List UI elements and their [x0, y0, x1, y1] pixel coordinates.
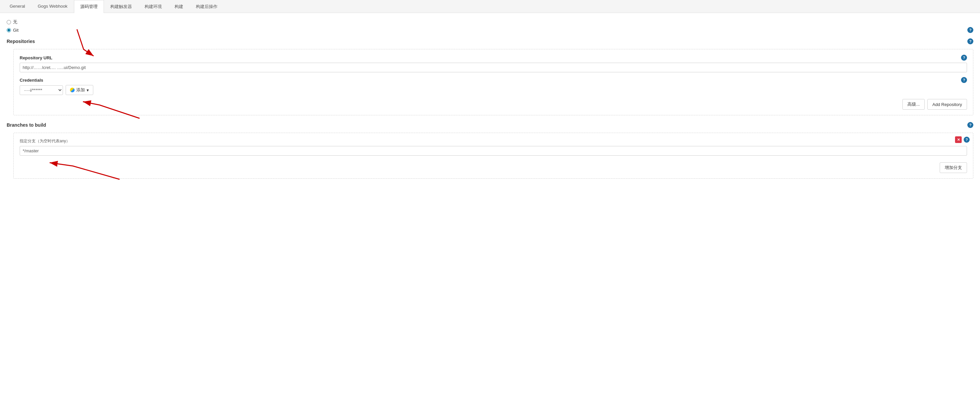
content-area: 无 Git ? Repositories ? — [0, 13, 980, 191]
tab-general[interactable]: General — [3, 0, 31, 13]
tabs-bar: General Gogs Webhook 源码管理 构建触发器 构建环境 构建 … — [0, 0, 980, 13]
branches-label: Branches to build — [7, 122, 46, 128]
repository-panel: Repository URL ? Credentials ? ·····i/**… — [13, 49, 973, 115]
git-help-icon[interactable]: ? — [967, 27, 973, 33]
panel-footer-buttons: 高级... Add Repository — [20, 99, 967, 110]
branches-header-row: Branches to build ? — [7, 122, 973, 128]
main-container: General Gogs Webhook 源码管理 构建触发器 构建环境 构建 … — [0, 0, 980, 191]
credentials-select[interactable]: ·····i/****** — [20, 85, 63, 95]
radio-git-label: Git — [13, 28, 19, 33]
repositories-help-icon[interactable]: ? — [967, 38, 973, 44]
radio-none-item: 无 — [7, 19, 973, 25]
git-section: Repositories ? Re — [7, 38, 973, 178]
repo-url-label-row: Repository URL ? — [20, 55, 967, 61]
add-repository-button[interactable]: Add Repository — [928, 99, 967, 110]
branch-sub-label: 指定分支（为空时代表any） — [20, 138, 70, 144]
radio-git-item: Git ? — [7, 27, 973, 33]
branch-sub-label-row: 指定分支（为空时代表any） — [20, 138, 967, 144]
repo-url-help-icon[interactable]: ? — [961, 55, 967, 61]
branch-panel-footer: 增加分支 — [20, 163, 967, 173]
branch-item-help-icon[interactable]: ? — [964, 137, 970, 143]
credentials-help-icon[interactable]: ? — [961, 77, 967, 83]
tab-source-management[interactable]: 源码管理 — [74, 0, 104, 13]
branches-section: Branches to build ? ✕ ? 指定分支（为空时代表any） — [7, 122, 973, 178]
radio-none-label: 无 — [13, 19, 18, 25]
advanced-button[interactable]: 高级... — [902, 99, 925, 110]
repo-url-label: Repository URL — [20, 55, 52, 61]
add-btn-label: 添加 — [76, 87, 85, 93]
tab-build[interactable]: 构建 — [168, 0, 189, 13]
repositories-header: Repositories ? — [7, 38, 973, 44]
radio-git[interactable] — [7, 28, 11, 32]
branch-input[interactable] — [20, 146, 967, 156]
tab-post-build[interactable]: 构建后操作 — [189, 0, 224, 13]
branch-panel: ✕ ? 指定分支（为空时代表any） — [13, 133, 973, 178]
branch-panel-controls: ✕ ? — [955, 136, 970, 143]
repositories-label: Repositories — [7, 39, 35, 44]
add-branch-button[interactable]: 增加分支 — [940, 163, 967, 173]
remove-branch-badge[interactable]: ✕ — [955, 136, 962, 143]
credentials-label-row: Credentials ? — [20, 77, 967, 83]
credentials-field: Credentials ? ·····i/****** 添加 ▾ — [20, 77, 967, 95]
credentials-row: ·····i/****** 添加 ▾ — [20, 85, 967, 95]
branch-input-wrapper — [20, 146, 967, 156]
repo-url-field: Repository URL ? — [20, 55, 967, 77]
tab-gogs-webhook[interactable]: Gogs Webhook — [31, 0, 74, 13]
add-btn-icon — [70, 88, 75, 92]
radio-none[interactable] — [7, 20, 11, 24]
credentials-label: Credentials — [20, 78, 43, 83]
tab-build-env[interactable]: 构建环境 — [138, 0, 168, 13]
add-credentials-button[interactable]: 添加 ▾ — [65, 85, 93, 95]
repo-url-input[interactable] — [20, 63, 967, 72]
source-radio-group: 无 Git ? — [7, 19, 973, 33]
add-btn-dropdown-icon: ▾ — [87, 88, 89, 92]
branches-help-icon[interactable]: ? — [967, 122, 973, 128]
tab-build-trigger[interactable]: 构建触发器 — [104, 0, 138, 13]
